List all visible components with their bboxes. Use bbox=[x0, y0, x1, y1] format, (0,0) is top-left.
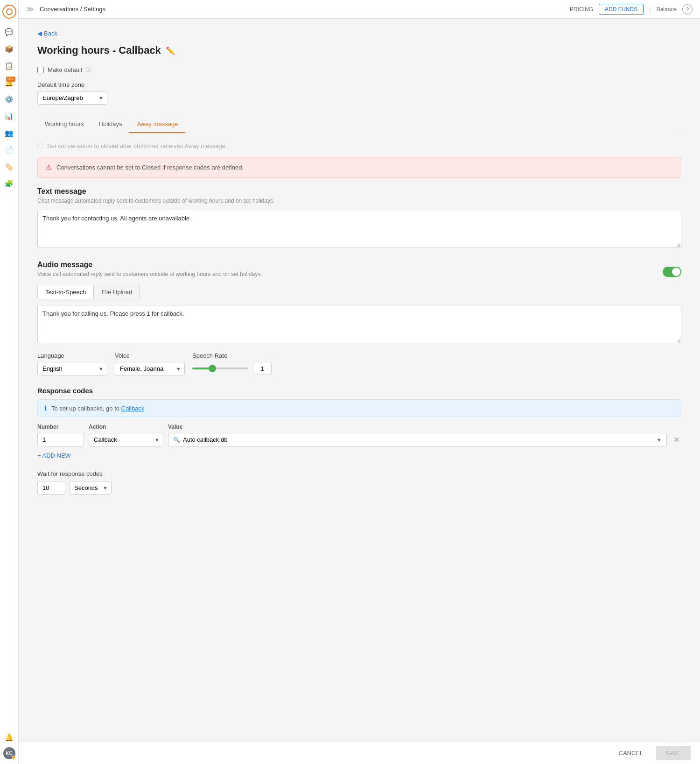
audio-sub-tabs: Text-to-Speech File Upload bbox=[37, 285, 140, 299]
main-container: ≫ Conversations / Settings PRICING ADD F… bbox=[19, 0, 700, 764]
col-action-header: Action bbox=[89, 424, 163, 430]
callback-info-icon: ℹ bbox=[44, 404, 47, 412]
voice-select-wrapper: Female, Joanna ▼ bbox=[115, 362, 185, 375]
audio-toggle[interactable] bbox=[663, 267, 681, 277]
sidebar-icon-docs[interactable]: 📄 bbox=[2, 143, 16, 157]
add-funds-button[interactable]: ADD FUNDS bbox=[599, 4, 644, 15]
response-number-input[interactable] bbox=[37, 433, 84, 446]
timezone-field: Default time zone Europe/Zagreb ▼ bbox=[37, 81, 681, 105]
warning-banner: ⚠ Conversations cannot be set to Closed … bbox=[37, 157, 681, 178]
sidebar-icon-users[interactable]: 👥 bbox=[2, 126, 16, 140]
bottom-bar: CANCEL SAVE bbox=[19, 742, 700, 764]
audio-text-textarea[interactable]: Thank you for calling us. Please press 1… bbox=[37, 305, 681, 343]
seconds-select-wrapper: Seconds ▼ bbox=[69, 481, 112, 495]
speech-rate-value: 1 bbox=[253, 362, 272, 375]
make-default-info-icon[interactable]: ⓘ bbox=[86, 66, 91, 74]
sidebar-icon-integrations[interactable]: 🧩 bbox=[2, 177, 16, 191]
make-default-checkbox[interactable] bbox=[37, 67, 44, 73]
text-message-textarea[interactable]: Thank you for contacting us. All agents … bbox=[37, 210, 681, 248]
sidebar-icon-chat[interactable]: 💬 bbox=[2, 25, 16, 39]
cancel-button[interactable]: CANCEL bbox=[611, 746, 651, 760]
speech-rate-slider[interactable] bbox=[192, 368, 248, 369]
speech-rate-inner: 1 bbox=[192, 362, 272, 375]
warning-text: Conversations cannot be set to Closed if… bbox=[56, 164, 244, 171]
pricing-link[interactable]: PRICING bbox=[570, 6, 593, 13]
text-message-desc: Chat message automated reply sent to cus… bbox=[37, 198, 681, 204]
value-select-wrapper: 🔍 Auto callback db ▼ bbox=[168, 433, 667, 446]
topbar-separator: | bbox=[649, 6, 651, 13]
language-label: Language bbox=[37, 352, 107, 359]
value-select[interactable]: Auto callback db bbox=[183, 436, 654, 443]
timezone-select[interactable]: Europe/Zagreb bbox=[37, 91, 107, 105]
help-button[interactable]: ? bbox=[682, 4, 693, 14]
set-closed-label: Set conversation to closed after custome… bbox=[47, 142, 225, 149]
app-logo[interactable] bbox=[2, 5, 16, 19]
topbar: ≫ Conversations / Settings PRICING ADD F… bbox=[19, 0, 700, 19]
seconds-select[interactable]: Seconds bbox=[69, 481, 112, 495]
action-select[interactable]: Callback bbox=[89, 433, 163, 446]
sub-tab-tts[interactable]: Text-to-Speech bbox=[38, 285, 94, 299]
voice-label: Voice bbox=[115, 352, 185, 359]
logo-inner bbox=[6, 8, 13, 15]
notification-badge: 99+ bbox=[6, 77, 15, 82]
language-field: Language English ▼ bbox=[37, 352, 107, 375]
language-voice-row: Language English ▼ Voice Female, Joanna bbox=[37, 352, 681, 375]
response-table-header: Number Action Value bbox=[37, 424, 681, 430]
set-closed-checkbox[interactable] bbox=[37, 143, 43, 149]
audio-title-group: Audio message Voice call automated reply… bbox=[37, 261, 262, 283]
audio-message-title: Audio message bbox=[37, 261, 262, 269]
wait-input[interactable] bbox=[37, 481, 65, 495]
page-title-row: Working hours - Callback ✏️ bbox=[37, 44, 681, 57]
callback-info-box: ℹ To set up callbacks, go to Callback bbox=[37, 399, 681, 417]
action-select-wrapper: Callback ▼ bbox=[89, 433, 163, 446]
col-value-header: Value bbox=[168, 424, 681, 430]
warning-icon: ⚠ bbox=[45, 163, 52, 172]
timezone-select-wrapper: Europe/Zagreb ▼ bbox=[37, 91, 107, 105]
response-codes-section: Response codes ℹ To set up callbacks, go… bbox=[37, 387, 681, 495]
add-new-button[interactable]: + ADD NEW bbox=[37, 450, 71, 461]
speech-rate-label: Speech Rate bbox=[192, 352, 272, 359]
sidebar-bell[interactable]: 🔔 bbox=[2, 730, 16, 744]
col-number-header: Number bbox=[37, 424, 84, 430]
set-closed-row: Set conversation to closed after custome… bbox=[37, 142, 681, 149]
timezone-label: Default time zone bbox=[37, 81, 681, 88]
balance-label: Balance bbox=[657, 6, 677, 13]
wait-section: Wait for response codes Seconds ▼ bbox=[37, 470, 681, 495]
sidebar: 💬 📦 📋 🔔 99+ ⚙️ 📊 👥 📄 🏷️ 🧩 🔔 KC bbox=[0, 0, 19, 764]
sidebar-icon-notifications[interactable]: 🔔 99+ bbox=[2, 76, 16, 90]
sidebar-icon-tags[interactable]: 🏷️ bbox=[2, 160, 16, 174]
callback-info-text: To set up callbacks, go to Callback bbox=[51, 405, 144, 412]
avatar-status-dot bbox=[12, 756, 15, 759]
content-area: ◀ Back Working hours - Callback ✏️ Make … bbox=[19, 19, 700, 742]
speech-rate-field: Speech Rate 1 bbox=[192, 352, 272, 375]
response-codes-title: Response codes bbox=[37, 387, 681, 395]
remove-row-button[interactable]: ✕ bbox=[672, 433, 681, 446]
sidebar-icon-inbox[interactable]: 📦 bbox=[2, 42, 16, 56]
language-select[interactable]: English bbox=[37, 362, 107, 375]
sidebar-bottom: 🔔 KC bbox=[2, 730, 16, 759]
callback-link[interactable]: Callback bbox=[121, 405, 145, 412]
audio-message-header: Audio message Voice call automated reply… bbox=[37, 261, 681, 283]
page-title: Working hours - Callback bbox=[37, 44, 161, 57]
tabs-row: Working hours Holidays Away message bbox=[37, 116, 681, 133]
audio-message-desc: Voice call automated reply sent to custo… bbox=[37, 271, 262, 277]
avatar[interactable]: KC bbox=[3, 747, 15, 759]
make-default-row: Make default ⓘ bbox=[37, 66, 681, 74]
make-default-label: Make default bbox=[48, 66, 82, 73]
sidebar-icon-settings[interactable]: ⚙️ bbox=[2, 92, 16, 106]
save-button[interactable]: SAVE bbox=[656, 746, 691, 760]
tab-working-hours[interactable]: Working hours bbox=[37, 116, 91, 133]
sub-tab-file[interactable]: File Upload bbox=[94, 285, 140, 299]
value-search-icon: 🔍 bbox=[173, 437, 180, 443]
edit-title-icon[interactable]: ✏️ bbox=[166, 46, 175, 55]
voice-select[interactable]: Female, Joanna bbox=[115, 362, 185, 375]
tab-away-message[interactable]: Away message bbox=[129, 116, 185, 133]
response-row-1: Callback ▼ 🔍 Auto callback db ▼ ✕ bbox=[37, 433, 681, 446]
voice-field: Voice Female, Joanna ▼ bbox=[115, 352, 185, 375]
expand-icon[interactable]: ≫ bbox=[26, 5, 34, 14]
wait-row: Seconds ▼ bbox=[37, 481, 681, 495]
back-link[interactable]: ◀ Back bbox=[37, 30, 681, 37]
sidebar-icon-analytics[interactable]: 📊 bbox=[2, 109, 16, 123]
tab-holidays[interactable]: Holidays bbox=[91, 116, 130, 133]
sidebar-icon-reports[interactable]: 📋 bbox=[2, 59, 16, 73]
